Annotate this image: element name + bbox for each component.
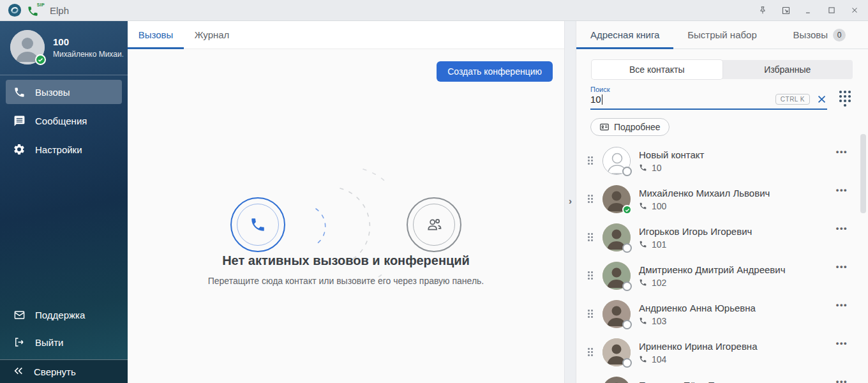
contact-status-icon (622, 243, 632, 253)
search-value: 10 (590, 94, 601, 105)
contact-number: 104 (652, 354, 666, 364)
calls-count-badge: 0 (833, 29, 846, 41)
drag-handle-icon[interactable] (588, 271, 594, 280)
pin-icon[interactable] (757, 4, 768, 16)
sidebar-item-calls[interactable]: Вызовы (6, 80, 122, 104)
contact-number-row: 103 (639, 316, 868, 326)
tab-calls-panel[interactable]: Вызовы 0 (771, 21, 868, 49)
contact-list-item[interactable]: Ириненко Ирина Игоревна 104 ••• (576, 333, 868, 372)
contact-name: Игорьков Игорь Игоревич (639, 226, 868, 237)
search-area: Поиск 10 CTRL K (590, 86, 853, 110)
contact-name: Новый контакт (639, 149, 868, 160)
phone-icon (639, 240, 647, 248)
contact-list-item[interactable]: Дмитриенко Дмитрий Андреевич 102 ••• (576, 257, 868, 295)
app-title: Elph (50, 5, 69, 16)
app-window: SIP Elph (0, 0, 868, 383)
contact-list-item[interactable]: Петренко Пётр Петрович ••• (576, 372, 868, 383)
phone-icon (639, 163, 647, 172)
contact-name: Ириненко Ирина Игоревна (639, 341, 868, 352)
dialpad-icon[interactable] (839, 91, 851, 107)
user-name: Михайленко Михаи… (53, 50, 123, 59)
contact-menu-icon[interactable]: ••• (836, 341, 848, 346)
contact-card-icon (599, 122, 610, 132)
contact-avatar[interactable] (602, 377, 631, 383)
create-conference-button[interactable]: Создать конференцию (437, 61, 553, 82)
contact-status-icon (622, 167, 632, 176)
tab-label: Адресная книга (590, 29, 660, 40)
sidebar-item-messages[interactable]: Сообщения (6, 109, 122, 133)
contact-list-item[interactable]: Новый контакт 10 ••• (576, 142, 868, 180)
logout-icon (13, 336, 26, 349)
user-extension: 100 (53, 36, 123, 47)
sidebar-item-support[interactable]: Поддержка (6, 303, 122, 327)
user-profile[interactable]: 100 Михайленко Михаи… (0, 21, 128, 75)
shortcut-chip: CTRL K (775, 94, 810, 105)
call-circle-icon (230, 197, 285, 252)
empty-state-subtitle: Перетащите сюда контакт или вызовите его… (128, 276, 564, 286)
contacts-list: Новый контакт 10 ••• Михайленко Михаил Л… (576, 142, 868, 383)
contact-avatar[interactable] (602, 185, 631, 213)
phone-icon (639, 202, 647, 210)
contact-menu-icon[interactable]: ••• (836, 379, 848, 383)
drag-handle-icon[interactable] (588, 195, 594, 204)
contact-list-item[interactable]: Игорьков Игорь Игоревич 101 ••• (576, 218, 868, 257)
elph-logo-icon (8, 3, 22, 17)
maximize-icon[interactable] (826, 4, 837, 16)
collapse-sidebar-button[interactable]: Свернуть (0, 359, 128, 383)
minimize-icon[interactable] (803, 4, 814, 16)
sidebar: 100 Михайленко Михаи… Вызовы Сообщения (0, 21, 128, 383)
contact-avatar[interactable] (602, 300, 631, 328)
phone-icon (13, 86, 26, 98)
contact-avatar[interactable] (602, 262, 631, 290)
scrollbar-thumb[interactable] (860, 134, 866, 213)
drag-handle-icon[interactable] (588, 348, 594, 357)
drag-handle-icon[interactable] (588, 310, 594, 319)
panel-collapse-handle[interactable]: › (564, 21, 576, 383)
sidebar-item-label: Выйти (35, 337, 63, 348)
contact-avatar[interactable] (602, 223, 631, 252)
contact-number: 102 (652, 278, 666, 288)
contact-number-row: 100 (639, 201, 868, 211)
phone-icon (639, 317, 647, 325)
contact-list-item[interactable]: Андриенко Анна Юрьевна 103 ••• (576, 295, 868, 333)
search-input[interactable]: Поиск 10 CTRL K (590, 86, 827, 110)
sidebar-item-logout[interactable]: Выйти (6, 330, 122, 354)
contact-menu-icon[interactable]: ••• (836, 264, 848, 269)
gear-icon (13, 143, 26, 156)
contact-list-item[interactable]: Михайленко Михаил Львович 100 ••• (576, 180, 868, 218)
segment-all-contacts[interactable]: Все контакты (592, 60, 722, 79)
chevron-right-icon: › (569, 195, 572, 206)
tab-address-book[interactable]: Адресная книга (576, 21, 673, 49)
main-tabbar: Вызовы Журнал (128, 21, 564, 49)
tab-label: Быстрый набор (687, 29, 757, 40)
contact-menu-icon[interactable]: ••• (836, 226, 848, 231)
sidebar-item-settings[interactable]: Настройки (6, 137, 122, 161)
popout-icon[interactable] (780, 4, 791, 16)
double-chevron-left-icon (13, 366, 24, 378)
details-button[interactable]: Подробнее (590, 118, 670, 136)
online-status-icon (35, 54, 46, 65)
close-icon[interactable] (849, 4, 860, 16)
contact-menu-icon[interactable]: ••• (836, 188, 848, 193)
search-label: Поиск (590, 86, 827, 93)
contact-number: 101 (652, 239, 666, 250)
contact-number: 10 (652, 163, 662, 173)
drag-handle-icon[interactable] (588, 233, 594, 242)
main-area: Вызовы Журнал Создать конференцию (128, 21, 564, 383)
contact-number-row: 104 (639, 354, 868, 364)
right-panel: Адресная книга Быстрый набор Вызовы 0 Вс… (576, 21, 868, 383)
contact-avatar[interactable] (602, 338, 631, 366)
contact-avatar[interactable] (602, 147, 631, 175)
tab-calls[interactable]: Вызовы (128, 21, 184, 49)
sidebar-item-label: Вызовы (35, 87, 70, 98)
contact-menu-icon[interactable]: ••• (836, 303, 848, 308)
contact-menu-icon[interactable]: ••• (836, 149, 848, 154)
clear-search-icon[interactable] (816, 94, 827, 105)
tab-speed-dial[interactable]: Быстрый набор (673, 21, 770, 49)
segment-favorites[interactable]: Избранные (722, 60, 853, 79)
drag-handle-icon[interactable] (588, 156, 594, 165)
user-avatar (10, 30, 45, 64)
tab-journal[interactable]: Журнал (184, 21, 240, 49)
phone-icon (639, 355, 647, 363)
contact-name: Дмитриенко Дмитрий Андреевич (639, 264, 868, 275)
